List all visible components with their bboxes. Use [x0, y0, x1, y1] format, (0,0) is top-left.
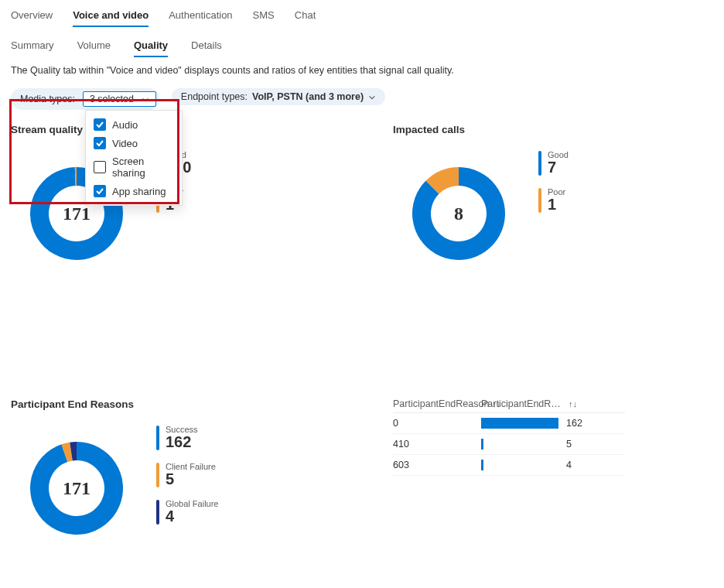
media-types-selected: 3 selected — [90, 94, 134, 104]
top-tabs: OverviewVoice and videoAuthenticationSMS… — [11, 5, 713, 27]
cell-bar — [481, 460, 566, 470]
end-reason-table: ParticipantEndReason ↑↓ ParticipantEndRe… — [393, 395, 625, 476]
svg-text:171: 171 — [63, 203, 90, 224]
chevron-down-icon — [368, 93, 376, 101]
end-reasons-legend: Success162Client Failure5Global Failure4 — [156, 426, 218, 525]
panel-stream-quality: Stream quality 171 Good170Poor1 — [11, 121, 362, 279]
tab-overview[interactable]: Overview — [11, 5, 53, 27]
table-row[interactable]: 4105 — [393, 434, 625, 455]
cell-reason: 410 — [393, 439, 481, 450]
subtab-details[interactable]: Details — [191, 35, 222, 57]
media-option-screen-sharing[interactable]: Screen sharing — [92, 152, 176, 182]
cell-count: 5 — [566, 439, 613, 450]
checkbox-icon — [94, 118, 106, 131]
media-option-video[interactable]: Video — [92, 134, 176, 152]
checkbox-icon — [94, 185, 106, 197]
subtab-quality[interactable]: Quality — [134, 35, 168, 57]
end-reasons-title: Participant End Reasons — [11, 398, 362, 410]
panel-impacted-calls: Impacted calls 8 Good7Poor1 — [393, 121, 724, 279]
svg-text:171: 171 — [63, 478, 90, 498]
option-label: Screen sharing — [112, 156, 174, 179]
tab-sms[interactable]: SMS — [253, 5, 275, 27]
legend-swatch — [156, 426, 159, 450]
tab-authentication[interactable]: Authentication — [169, 5, 232, 27]
chevron-down-icon — [142, 95, 149, 103]
impacted-calls-legend: Good7Poor1 — [538, 151, 569, 213]
col-reason-label: ParticipantEndReason — [393, 398, 489, 409]
media-types-label: Media types: — [20, 94, 75, 104]
legend-item: Success162 — [156, 426, 218, 450]
cell-bar — [481, 418, 566, 429]
legend-swatch — [538, 188, 541, 213]
panel-end-reason-table: ParticipantEndReason ↑↓ ParticipantEndRe… — [393, 395, 724, 554]
col-reason-header[interactable]: ParticipantEndReason ↑↓ — [393, 398, 481, 409]
media-option-audio[interactable]: Audio — [92, 115, 176, 134]
checkbox-icon — [94, 137, 106, 149]
legend-item: Client Failure5 — [156, 463, 218, 487]
cell-reason: 603 — [393, 460, 481, 470]
media-types-dropdown: AudioVideoScreen sharingApp sharing — [85, 110, 183, 206]
option-label: Video — [112, 138, 138, 149]
legend-value: 1 — [548, 197, 565, 213]
subtab-summary[interactable]: Summary — [11, 35, 54, 57]
legend-item: Poor1 — [538, 188, 569, 213]
panel-end-reasons: Participant End Reasons 171 Success162Cl… — [11, 395, 362, 554]
endpoint-types-filter[interactable]: Endpoint types: VoIP, PSTN (and 3 more) — [172, 88, 385, 105]
legend-text: Good7 — [548, 151, 569, 176]
filter-bar: Media types: 3 selected Endpoint types: … — [11, 88, 713, 110]
legend-text: Poor1 — [548, 188, 565, 213]
endpoint-types-label: Endpoint types: — [181, 91, 248, 102]
legend-swatch — [156, 463, 159, 487]
sub-tabs: SummaryVolumeQualityDetails — [11, 35, 713, 57]
table-row[interactable]: 6034 — [393, 455, 625, 476]
table-header: ParticipantEndReason ↑↓ ParticipantEndRe… — [393, 395, 625, 413]
col-count-label: ParticipantEndReasonCou... — [481, 398, 565, 409]
legend-swatch — [538, 151, 541, 176]
sort-icon: ↑↓ — [569, 399, 577, 409]
option-label: App sharing — [112, 186, 166, 197]
cell-bar — [481, 439, 566, 450]
endpoint-types-value: VoIP, PSTN (and 3 more) — [252, 91, 364, 102]
legend-text: Client Failure5 — [166, 463, 216, 487]
table-row[interactable]: 0162 — [393, 413, 625, 434]
cell-count: 4 — [566, 460, 613, 470]
impacted-calls-title: Impacted calls — [393, 124, 724, 135]
legend-value: 162 — [166, 434, 198, 450]
legend-text: Success162 — [166, 426, 198, 450]
legend-value: 7 — [548, 159, 569, 176]
col-count-header[interactable]: ParticipantEndReasonCou... ↑↓ — [481, 398, 577, 409]
legend-swatch — [156, 500, 159, 525]
stream-quality-title: Stream quality — [11, 124, 362, 135]
legend-item: Global Failure4 — [156, 500, 218, 525]
cell-count: 162 — [566, 418, 613, 429]
media-option-app-sharing[interactable]: App sharing — [92, 182, 176, 200]
option-label: Audio — [112, 119, 138, 131]
checkbox-icon — [94, 161, 106, 173]
media-types-select[interactable]: 3 selected — [83, 91, 156, 107]
impacted-calls-donut: 8 — [393, 148, 524, 279]
panel-row-2: Participant End Reasons 171 Success162Cl… — [11, 395, 713, 554]
legend-item: Good7 — [538, 151, 569, 176]
media-types-filter[interactable]: Media types: 3 selected — [11, 88, 159, 110]
legend-value: 4 — [166, 508, 218, 525]
end-reasons-donut: 171 — [11, 422, 142, 554]
svg-text:8: 8 — [454, 203, 463, 224]
cell-reason: 0 — [393, 418, 481, 429]
legend-value: 5 — [166, 471, 216, 487]
tab-voice-and-video[interactable]: Voice and video — [73, 5, 149, 27]
legend-text: Global Failure4 — [166, 500, 218, 525]
tab-description: The Quality tab within "Voice and video"… — [11, 65, 713, 76]
subtab-volume[interactable]: Volume — [77, 35, 111, 57]
tab-chat[interactable]: Chat — [295, 5, 316, 27]
